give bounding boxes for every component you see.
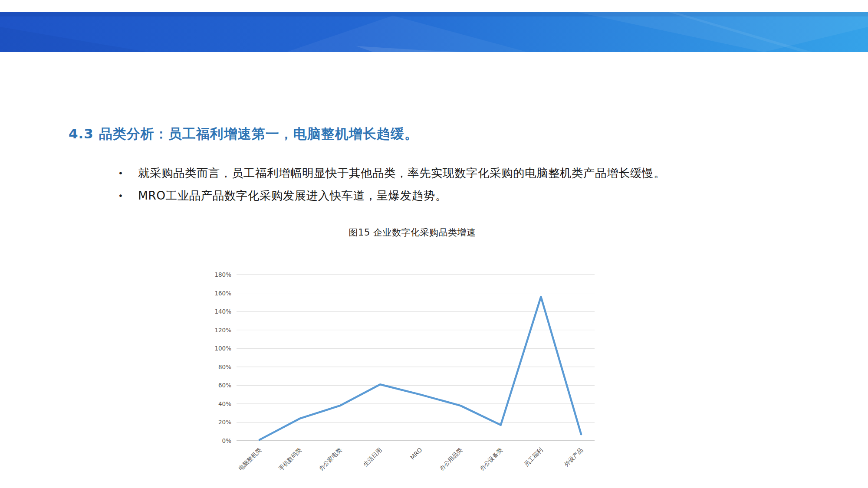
x-tick-label: 办公家电类	[317, 446, 343, 472]
y-tick-label: 20%	[218, 419, 231, 426]
header-decoration	[0, 12, 868, 52]
x-tick-label: 外设产品	[563, 446, 584, 468]
x-tick-label: 手机数码类	[277, 446, 303, 472]
y-tick-label: 160%	[214, 290, 231, 297]
x-tick-label: 办公用品类	[438, 446, 464, 472]
bullet-dot-icon: •	[118, 188, 138, 203]
line-chart: 0%20%40%60%80%100%120%140%160%180%电脑整机类手…	[187, 260, 638, 488]
data-line-series	[260, 297, 581, 440]
x-tick-label: 员工福利	[523, 446, 544, 468]
y-tick-label: 120%	[214, 327, 231, 334]
top-margin	[0, 0, 868, 12]
slide-content: 4.3 品类分析：员工福利增速第一，电脑整机增长趋缓。 • 就采购品类而言，员工…	[0, 52, 868, 488]
y-tick-label: 140%	[214, 308, 231, 315]
x-tick-label: 办公设备类	[478, 446, 504, 472]
x-tick-label: 生活日用	[362, 446, 383, 468]
chart-title: 图15 企业数字化采购品类增速	[187, 226, 638, 239]
header-banner	[0, 12, 868, 52]
x-tick-label: MRO	[409, 446, 424, 461]
y-tick-label: 80%	[218, 364, 231, 370]
bullet-text: MRO工业品产品数字化采购发展进入快车道，呈爆发趋势。	[138, 188, 447, 203]
y-tick-label: 60%	[218, 382, 231, 389]
bullet-text: 就采购品类而言，员工福利增幅明显快于其他品类，率先实现数字化采购的电脑整机类产品…	[138, 166, 665, 180]
y-tick-label: 40%	[218, 400, 231, 407]
bullet-item: • MRO工业品产品数字化采购发展进入快车道，呈爆发趋势。	[118, 188, 665, 203]
y-tick-label: 0%	[222, 437, 232, 444]
bullet-item: • 就采购品类而言，员工福利增幅明显快于其他品类，率先实现数字化采购的电脑整机类…	[118, 166, 665, 180]
section-title: 4.3 品类分析：员工福利增速第一，电脑整机增长趋缓。	[69, 125, 418, 143]
bullet-list: • 就采购品类而言，员工福利增幅明显快于其他品类，率先实现数字化采购的电脑整机类…	[118, 166, 665, 211]
x-tick-label: 电脑整机类	[237, 446, 263, 472]
y-tick-label: 180%	[214, 271, 231, 278]
bullet-dot-icon: •	[118, 166, 138, 180]
y-tick-label: 100%	[214, 345, 231, 352]
